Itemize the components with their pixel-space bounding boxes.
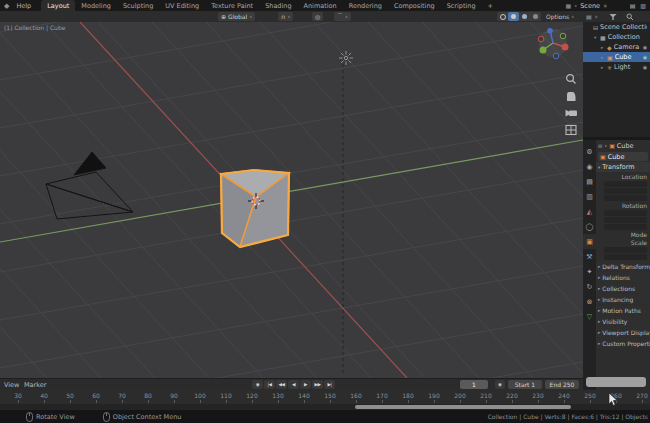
- playback-button[interactable]: ◀◀: [276, 380, 287, 389]
- playback-button[interactable]: ▶▶: [312, 380, 323, 389]
- workspace-tab[interactable]: Compositing: [388, 0, 441, 11]
- properties-scrollbar[interactable]: [586, 377, 646, 387]
- timeline-menu-marker[interactable]: Marker: [24, 381, 46, 389]
- viewport-3d[interactable]: (1) Collection | Cube: [0, 22, 583, 378]
- mouse-hint-label: Object Context Menu: [113, 413, 182, 421]
- workspace-tab[interactable]: Scripting: [441, 0, 482, 11]
- search-icon[interactable]: [626, 13, 634, 21]
- unlink-scene-icon[interactable]: ✕: [603, 3, 608, 9]
- blender-app-icon[interactable]: ◆: [4, 2, 9, 10]
- properties-tab[interactable]: ⚒: [583, 249, 596, 264]
- properties-tab[interactable]: ◯: [583, 219, 596, 234]
- workspace-tab[interactable]: Shading: [259, 0, 297, 11]
- scale-y-field[interactable]: [604, 254, 647, 260]
- collapsed-panel-header[interactable]: ▸ Visibility: [596, 316, 650, 326]
- workspace-tab[interactable]: Layout: [41, 0, 75, 11]
- timeline-ruler[interactable]: 30 40 50 60 70 80 90 100 110 120 130 140…: [0, 390, 650, 404]
- workspace-tab[interactable]: Modeling: [75, 0, 117, 11]
- shading-wireframe-button[interactable]: [497, 12, 508, 21]
- cube-object[interactable]: [221, 170, 289, 247]
- transform-orientation-dropdown[interactable]: ⊕ Global ∨: [218, 12, 255, 21]
- zoom-icon[interactable]: [564, 72, 578, 86]
- proportional-falloff-dropdown[interactable]: ⌒ ∨: [334, 12, 351, 21]
- shading-material-button[interactable]: [519, 12, 530, 21]
- viewport-overlay-text: (1) Collection | Cube: [4, 24, 65, 31]
- render-layer-icon[interactable]: ▥: [640, 2, 646, 9]
- properties-tab[interactable]: ◭: [583, 204, 596, 219]
- outliner-row[interactable]: ▸ ◆ Camera ◉: [583, 42, 650, 52]
- playback-button[interactable]: ◉: [252, 380, 263, 389]
- visibility-icon[interactable]: ◉: [643, 64, 647, 70]
- camera-object[interactable]: [46, 152, 133, 219]
- scale-x-field[interactable]: [604, 247, 647, 253]
- workspace-tab[interactable]: Texture Paint: [205, 0, 259, 11]
- collapsed-panel-header[interactable]: ▸ Custom Properties: [596, 338, 650, 348]
- workspace-tab[interactable]: Animation: [298, 0, 343, 11]
- properties-tab[interactable]: ▣: [583, 234, 596, 249]
- scale-label: Scale: [596, 238, 650, 246]
- snap-toggle[interactable]: ∩ ∨: [278, 12, 293, 21]
- auto-keying-toggle[interactable]: ◉: [495, 380, 505, 389]
- light-object-icon[interactable]: [339, 51, 353, 65]
- shading-solid-button[interactable]: [508, 12, 519, 21]
- properties-tab[interactable]: ⚙: [583, 144, 596, 159]
- mouse-cursor: [608, 393, 620, 407]
- filter-funnel-icon[interactable]: [609, 13, 617, 21]
- collapsed-panel-header[interactable]: ▸ Collections: [596, 283, 650, 293]
- object-name-value: Cube: [608, 153, 625, 161]
- visibility-icon[interactable]: ◉: [643, 54, 647, 60]
- object-name-field[interactable]: ▣ Cube: [598, 152, 648, 161]
- current-frame-field[interactable]: 1: [460, 380, 488, 389]
- workspace-tab[interactable]: Rendering: [343, 0, 388, 11]
- properties-tab[interactable]: ✦: [583, 264, 596, 279]
- properties-tab[interactable]: ⊗: [583, 294, 596, 309]
- properties-tab[interactable]: ◉: [583, 159, 596, 174]
- proportional-editing-toggle[interactable]: ◎: [312, 12, 323, 21]
- outliner-row[interactable]: ⊟ Scene Collection: [583, 22, 650, 32]
- shading-rendered-button[interactable]: [530, 12, 541, 21]
- frame-end-field[interactable]: End 250: [545, 380, 579, 389]
- outliner-row[interactable]: ▸ ✳ Light ◉: [583, 62, 650, 72]
- properties-tab[interactable]: ▽: [583, 309, 596, 324]
- collapsed-panel-header[interactable]: ▸ Delta Transform: [596, 261, 650, 271]
- properties-tab[interactable]: ▥: [583, 189, 596, 204]
- location-y-field[interactable]: [604, 188, 647, 194]
- outliner-row[interactable]: ▾ ▦ Collection: [583, 32, 650, 42]
- perspective-toggle-icon[interactable]: [564, 123, 578, 137]
- playback-button[interactable]: ▶: [300, 380, 311, 389]
- navigation-gizmo[interactable]: [536, 28, 570, 62]
- view-layer-icon[interactable]: ▤: [630, 2, 636, 9]
- playback-icon: ◉: [256, 382, 259, 387]
- location-x-field[interactable]: [604, 181, 647, 187]
- rotation-x-field[interactable]: [604, 210, 647, 216]
- frame-tick-label: 40: [31, 390, 57, 404]
- collapsed-panel-header[interactable]: ▸ Instancing: [596, 294, 650, 304]
- move-view-hand-icon[interactable]: [564, 89, 578, 103]
- workspace-tab[interactable]: Sculpting: [117, 0, 159, 11]
- collapsed-panel-header[interactable]: ▸ Motion Paths: [596, 305, 650, 315]
- visibility-icon[interactable]: ◉: [643, 44, 647, 50]
- collapsed-panel-header[interactable]: ▸ Relations: [596, 272, 650, 282]
- workspace-tab[interactable]: +: [482, 0, 499, 11]
- rotation-y-field[interactable]: [604, 217, 647, 223]
- menu-help[interactable]: Help: [12, 2, 35, 10]
- properties-tab[interactable]: ↻: [583, 279, 596, 294]
- options-dropdown[interactable]: Options ∨: [546, 12, 574, 21]
- workspace-tab[interactable]: UV Editing: [159, 0, 205, 11]
- scene-selector[interactable]: ▦ ∨ Scene ✕: [566, 2, 608, 10]
- playback-button[interactable]: ◀: [288, 380, 299, 389]
- transform-panel-header[interactable]: ▾ Transform: [596, 162, 650, 172]
- collapsed-panel-header[interactable]: ▸ Viewport Display: [596, 327, 650, 337]
- properties-tab[interactable]: ▤: [583, 174, 596, 189]
- playback-button[interactable]: |◀: [264, 380, 275, 389]
- outliner-display-mode-icon[interactable]: ▤: [586, 13, 592, 20]
- editor-type-icon[interactable]: ⊟: [598, 143, 602, 149]
- properties-tab-icon: ✦: [587, 268, 593, 276]
- timeline-menu-view[interactable]: View: [4, 381, 19, 389]
- outliner-row[interactable]: ▸ ▣ Cube ◉: [583, 52, 650, 62]
- playback-icon: ▶|: [328, 382, 332, 387]
- frame-start-field[interactable]: Start 1: [508, 380, 542, 389]
- timeline-scrollbar-thumb[interactable]: [355, 405, 571, 409]
- playback-button[interactable]: ▶|: [324, 380, 335, 389]
- camera-view-icon[interactable]: [564, 106, 578, 120]
